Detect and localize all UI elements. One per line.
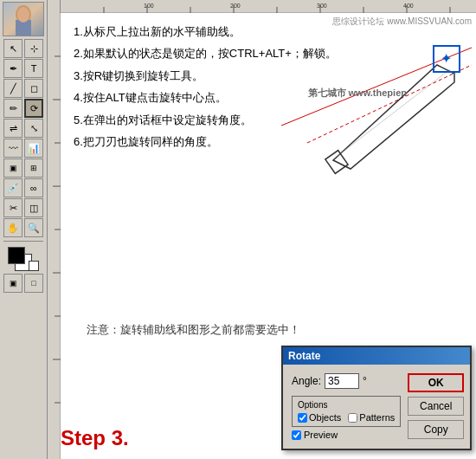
tool-row: ✋ 🔍 — [3, 218, 43, 237]
dialog-buttons: OK Cancel Copy — [408, 373, 464, 440]
toolbar: ↖ ⊹ ✒ T ╱ ◻ ✏ ⟳ ⇌ ⤡ 〰 📊 ▣ ⊞ 💉 ∞ — [0, 0, 48, 459]
tool-pen[interactable]: ✒ — [3, 59, 23, 78]
step-label: Step 3. — [61, 426, 129, 450]
tool-zoom[interactable]: 🔍 — [24, 218, 43, 237]
tool-row: ╱ ◻ — [3, 79, 43, 98]
objects-checkbox[interactable] — [298, 413, 307, 423]
dialog-body: Angle: ° Options Objects — [283, 365, 470, 449]
main-container: ↖ ⊹ ✒ T ╱ ◻ ✏ ⟳ ⇌ ⤡ 〰 📊 ▣ ⊞ 💉 ∞ — [0, 0, 476, 459]
rotate-dialog: Rotate Angle: ° Options Objects — [281, 346, 472, 450]
tool-eyedropper[interactable]: 💉 — [3, 178, 23, 197]
svg-text:200: 200 — [230, 3, 241, 9]
svg-text:400: 400 — [403, 3, 414, 9]
tool-direct-select[interactable]: ⊹ — [24, 39, 43, 58]
tool-warp[interactable]: 〰 — [3, 139, 23, 158]
cancel-button[interactable]: Cancel — [408, 397, 464, 416]
angle-row: Angle: ° — [292, 373, 401, 389]
svg-rect-19 — [48, 13, 61, 459]
tool-row: ▣ ⊞ — [3, 158, 43, 178]
watermark-center: 第七城市 www.thepien — [308, 87, 408, 100]
tool-gradient[interactable]: ▣ — [3, 158, 23, 178]
ruler-top: 100 200 300 400 — [48, 0, 476, 13]
tool-select[interactable]: ↖ — [3, 39, 23, 58]
watermark-center-text: 第七城市 www.thepien — [308, 87, 408, 98]
tool-graph[interactable]: 📊 — [24, 139, 43, 158]
patterns-label: Patterns — [359, 412, 395, 423]
angle-input[interactable] — [325, 373, 359, 389]
svg-line-31 — [307, 65, 472, 143]
copy-button[interactable]: Copy — [408, 420, 464, 439]
preview-label: Preview — [304, 430, 338, 440]
svg-line-33 — [338, 69, 450, 156]
tool-row: ⇌ ⤡ — [3, 119, 43, 138]
dialog-left: Angle: ° Options Objects — [292, 373, 401, 440]
patterns-checkbox[interactable] — [348, 413, 357, 423]
objects-checkbox-item: Objects — [298, 412, 341, 423]
svg-text:300: 300 — [317, 3, 327, 9]
tool-eraser[interactable]: ◫ — [24, 198, 43, 217]
tool-reflect[interactable]: ⇌ — [3, 119, 23, 138]
tool-scale[interactable]: ⤡ — [24, 119, 43, 138]
copy-label: Copy — [424, 423, 448, 436]
ruler-left — [48, 0, 61, 459]
degree-symbol: ° — [363, 375, 367, 387]
svg-text:100: 100 — [144, 3, 154, 9]
step-label-text: Step 3. — [61, 426, 129, 449]
knife-drawing: ✦ — [281, 39, 472, 178]
tool-row: ↖ ⊹ — [3, 39, 43, 58]
tool-screen[interactable]: □ — [24, 274, 43, 293]
tool-type[interactable]: T — [24, 59, 43, 78]
canvas-area: 100 200 300 400 — [48, 0, 476, 459]
dialog-title: Rotate — [288, 350, 320, 362]
color-swatches[interactable] — [8, 247, 39, 271]
tool-row: ✏ ⟳ — [3, 99, 43, 118]
notice-label: 注意：旋转辅助线和图形之前都需要选中！ — [87, 323, 300, 336]
svg-rect-4 — [61, 0, 476, 13]
tool-row: ▣ □ — [3, 274, 43, 293]
options-title: Options — [298, 400, 395, 410]
ok-label: OK — [428, 377, 444, 389]
tool-row: 💉 ∞ — [3, 178, 43, 197]
avatar — [3, 2, 44, 36]
cancel-label: Cancel — [420, 400, 452, 412]
checkbox-row: Objects Patterns — [298, 412, 395, 423]
tool-row: 〰 📊 — [3, 139, 43, 158]
patterns-checkbox-item: Patterns — [348, 412, 395, 423]
tool-rect[interactable]: ◻ — [24, 79, 43, 98]
ok-button[interactable]: OK — [408, 373, 464, 392]
notice-text: 注意：旋转辅助线和图形之前都需要选中！ — [87, 322, 300, 338]
dialog-title-bar: Rotate — [283, 347, 470, 365]
angle-label: Angle: — [292, 375, 321, 387]
tool-paintbrush[interactable]: ✏ — [3, 99, 23, 118]
tool-blend[interactable]: ∞ — [24, 178, 43, 197]
tool-line[interactable]: ╱ — [3, 79, 23, 98]
tool-mesh[interactable]: ⊞ — [24, 158, 43, 178]
options-group: Options Objects Patterns — [292, 396, 401, 427]
svg-text:✦: ✦ — [441, 51, 452, 66]
svg-marker-32 — [333, 65, 454, 169]
objects-label: Objects — [309, 412, 341, 423]
tool-rotate[interactable]: ⟳ — [24, 99, 43, 118]
preview-row: Preview — [292, 430, 401, 440]
toolbar-divider — [3, 241, 43, 242]
tool-fill[interactable]: ▣ — [3, 274, 23, 293]
tool-row: ✂ ◫ — [3, 198, 43, 217]
svg-point-3 — [17, 7, 29, 23]
tool-hand[interactable]: ✋ — [3, 218, 23, 237]
tool-scissors[interactable]: ✂ — [3, 198, 23, 217]
tool-row: ✒ T — [3, 59, 43, 78]
preview-checkbox[interactable] — [292, 430, 301, 440]
